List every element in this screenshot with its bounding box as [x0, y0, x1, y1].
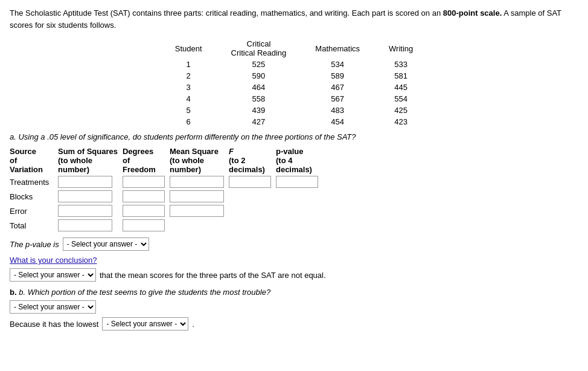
col-math-header: Mathematics	[301, 38, 374, 59]
treatments-mean-square-input[interactable]	[170, 176, 224, 188]
conclusion-select[interactable]: - Select your answer -	[10, 268, 96, 282]
blocks-sum-squares-input[interactable]	[58, 190, 112, 202]
portion-select-row: - Select your answer -	[10, 300, 578, 314]
treatments-f-input[interactable]	[229, 176, 271, 188]
portion-select[interactable]: - Select your answer -	[10, 300, 96, 314]
question-b-text: b. b. Which portion of the test seems to…	[10, 288, 578, 297]
question-a-text: a. Using a .05 level of significance, do…	[10, 132, 578, 141]
conclusion-question-text: What is your conclusion?	[10, 256, 97, 265]
anova-col-sum-squares: Sum of Squares (to whole number)	[58, 146, 123, 175]
table-row: 2 590 589 581	[161, 70, 428, 82]
treatments-degrees-input[interactable]	[123, 176, 165, 188]
table-row: 4 558 567 554	[161, 93, 428, 105]
total-sum-squares-input[interactable]	[58, 219, 112, 231]
table-row: 1 525 534 533	[161, 59, 428, 70]
anova-label-error: Error	[10, 204, 58, 218]
anova-row-blocks: Blocks	[10, 189, 330, 204]
anova-row-treatments: Treatments	[10, 175, 330, 189]
because-row: Because it has the lowest - Select your …	[10, 317, 578, 331]
total-degrees-input[interactable]	[123, 219, 165, 231]
pvalue-select[interactable]: - Select your answer -	[63, 237, 149, 251]
blocks-mean-square-input[interactable]	[170, 190, 224, 202]
treatments-sum-squares-input[interactable]	[58, 176, 112, 188]
table-row: 3 464 467 445	[161, 82, 428, 93]
conclusion-select-row: - Select your answer - that the mean sco…	[10, 268, 578, 282]
col-writing-header: Writing	[374, 38, 427, 59]
table-row: 5 439 483 425	[161, 105, 428, 116]
error-sum-squares-input[interactable]	[58, 205, 112, 217]
intro-bold: 800-point scale.	[443, 8, 502, 18]
anova-col-source: Source of Variation	[10, 146, 58, 175]
anova-label-total: Total	[10, 218, 58, 233]
anova-table: Source of Variation Sum of Squares (to w…	[10, 146, 330, 233]
anova-row-total: Total	[10, 218, 330, 233]
pvalue-label: The p-value is	[10, 240, 59, 249]
conclusion-text-after: that the mean scores for the three parts…	[100, 271, 326, 280]
col-student-header: Student	[161, 38, 217, 59]
because-text-before: Because it has the lowest	[10, 320, 98, 329]
intro-paragraph: The Scholastic Aptitude Test (SAT) conta…	[10, 7, 578, 31]
because-text-after: .	[192, 320, 194, 329]
anova-col-degrees: Degrees of Freedom	[123, 146, 170, 175]
question-b-bold: b.	[10, 288, 17, 297]
error-degrees-input[interactable]	[123, 205, 165, 217]
pvalue-row: The p-value is - Select your answer -	[10, 237, 578, 251]
blocks-degrees-input[interactable]	[123, 190, 165, 202]
table-row: 6 427 454 423	[161, 116, 428, 127]
anova-section: Source of Variation Sum of Squares (to w…	[10, 146, 578, 233]
anova-col-mean-square: Mean Square (to whole number)	[170, 146, 229, 175]
lowest-select[interactable]: - Select your answer -	[102, 317, 188, 331]
col-critical-header: CriticalCritical Reading	[217, 38, 301, 59]
sat-data-table: Student CriticalCritical Reading Mathema…	[161, 38, 428, 127]
anova-row-error: Error	[10, 204, 330, 218]
error-mean-square-input[interactable]	[170, 205, 224, 217]
anova-col-f: F (to 2 decimals)	[229, 146, 276, 175]
conclusion-question: What is your conclusion?	[10, 256, 578, 265]
treatments-pvalue-input[interactable]	[276, 176, 318, 188]
anova-label-treatments: Treatments	[10, 175, 58, 189]
anova-label-blocks: Blocks	[10, 189, 58, 204]
intro-text-1: The Scholastic Aptitude Test (SAT) conta…	[10, 8, 443, 18]
anova-col-pvalue: p-value (to 4 decimals)	[276, 146, 330, 175]
